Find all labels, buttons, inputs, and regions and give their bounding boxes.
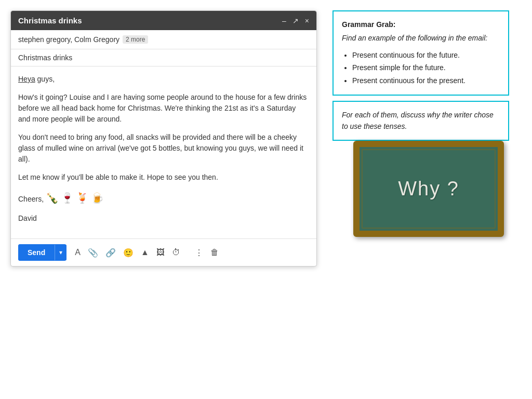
grammar-grab-title: Grammar Grab:	[342, 19, 500, 30]
email-recipients: stephen gregory, Colm Gregory	[18, 35, 119, 44]
discuss-text: For each of them, discuss why the writer…	[342, 111, 494, 130]
emoji-1: 🍾	[46, 190, 59, 206]
grammar-grab-subtitle: Find an example of the following in the …	[342, 32, 500, 44]
send-dropdown-button[interactable]: ▾	[55, 245, 66, 260]
email-title: Christmas drinks	[18, 16, 82, 25]
email-greeting-line: Heya guys,	[18, 74, 309, 85]
drive-icon[interactable]: ▲	[141, 248, 149, 257]
grammar-item-3: Present continuous for the present.	[352, 75, 500, 86]
greeting-word: Heya	[18, 75, 35, 83]
more-recipients-badge[interactable]: 2 more	[123, 35, 148, 44]
email-subject: Christmas drinks	[11, 49, 316, 66]
email-cheers-line: Cheers, 🍾 🍷 🍹 🍺	[18, 190, 309, 206]
right-panel: Grammar Grab: Find an example of the fol…	[332, 10, 509, 240]
email-paragraph-1: How's it going? Louise and I are having …	[18, 92, 309, 125]
emoji-row: 🍾 🍷 🍹 🍺	[46, 190, 104, 206]
cheers-text: Cheers,	[18, 195, 44, 203]
chalkboard-container: Why ?	[353, 141, 509, 240]
email-paragraph-3: Let me know if you'll be able to make it…	[18, 172, 309, 183]
header-controls: – ↗ ×	[282, 17, 309, 25]
emoji-icon[interactable]: 🙂	[123, 248, 134, 258]
grammar-grab-box: Grammar Grab: Find an example of the fol…	[332, 10, 509, 96]
email-header: Christmas drinks – ↗ ×	[11, 11, 316, 30]
attach-icon[interactable]: 📎	[88, 248, 98, 258]
send-button[interactable]: Send	[18, 244, 55, 261]
email-body: Heya guys, How's it going? Louise and I …	[11, 66, 316, 238]
send-button-group[interactable]: Send ▾	[18, 244, 66, 261]
email-panel: Christmas drinks – ↗ × stephen gregory, …	[10, 10, 317, 267]
discuss-box: For each of them, discuss why the writer…	[332, 101, 509, 141]
chalkboard-text: Why ?	[398, 178, 459, 200]
minimize-button[interactable]: –	[282, 17, 286, 25]
delete-icon[interactable]: 🗑	[210, 248, 219, 257]
emoji-4: 🍺	[91, 190, 104, 206]
chalkboard: Why ?	[353, 141, 504, 237]
greeting-rest: guys,	[35, 75, 55, 83]
toolbar-icons: A 📎 🔗 🙂 ▲ 🖼 ⏱ ⋮ 🗑	[75, 248, 219, 258]
email-meta: stephen gregory, Colm Gregory 2 more	[11, 30, 316, 49]
expand-button[interactable]: ↗	[292, 17, 299, 25]
grammar-item-2: Present simple for the future.	[352, 62, 500, 73]
grammar-items-list: Present continuous for the future. Prese…	[342, 49, 500, 86]
grammar-item-1: Present continuous for the future.	[352, 49, 500, 61]
emoji-3: 🍹	[76, 190, 89, 206]
emoji-2: 🍷	[61, 190, 74, 206]
email-paragraph-2: You don't need to bring any food, all sn…	[18, 132, 309, 165]
close-button[interactable]: ×	[305, 17, 309, 25]
more-options-icon[interactable]: ⋮	[195, 248, 203, 258]
format-text-icon[interactable]: A	[75, 248, 81, 257]
schedule-icon[interactable]: ⏱	[172, 248, 180, 257]
photo-icon[interactable]: 🖼	[156, 248, 165, 257]
email-signoff: David	[18, 213, 309, 224]
email-toolbar: Send ▾ A 📎 🔗 🙂 ▲ 🖼 ⏱ ⋮ 🗑	[11, 238, 316, 266]
link-icon[interactable]: 🔗	[105, 248, 116, 258]
